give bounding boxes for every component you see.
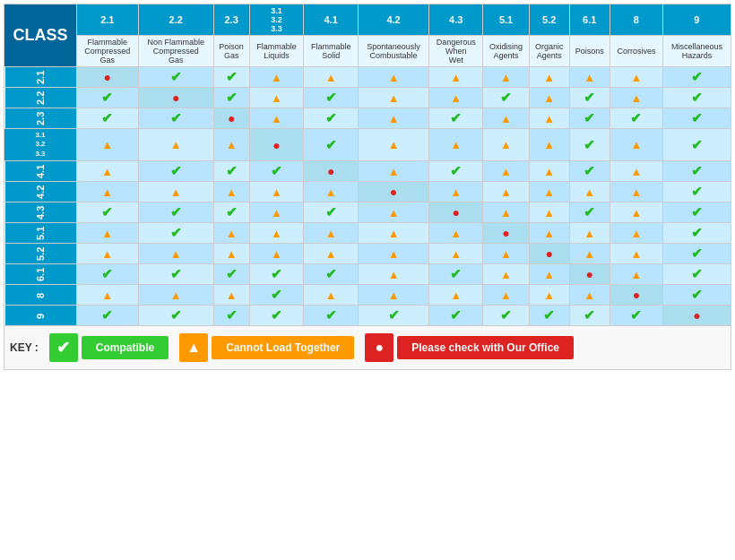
cell-8-1: ▲	[138, 244, 213, 264]
cell-10-8: ▲	[529, 285, 569, 306]
cell-11-4: ✔	[304, 306, 359, 326]
cell-7-10: ▲	[610, 223, 662, 244]
cell-2-11: ✔	[662, 108, 731, 129]
cell-10-7: ▲	[483, 285, 530, 306]
row-label-9: 6.1	[4, 264, 77, 285]
table-row: 5.2▲▲▲▲▲▲▲▲●▲▲✔	[4, 244, 731, 264]
row-label-3: 3.13.23.3	[4, 129, 77, 161]
cell-11-8: ✔	[529, 306, 569, 326]
cell-10-4: ▲	[304, 285, 359, 306]
cell-8-5: ▲	[359, 244, 429, 264]
desc-8: Corrosives	[610, 36, 662, 67]
col-header-61: 6.1	[569, 4, 610, 36]
cell-3-2: ▲	[213, 129, 249, 161]
cell-3-6: ▲	[429, 129, 483, 161]
cell-4-7: ▲	[483, 161, 530, 182]
cell-9-3: ✔	[249, 264, 304, 285]
row-label-11: 9	[4, 306, 77, 326]
cell-4-0: ▲	[76, 161, 138, 182]
cell-4-4: ●	[304, 161, 359, 182]
table-row: 2.2✔●✔▲✔▲▲✔▲✔▲✔	[4, 88, 731, 108]
cell-3-4: ✔	[304, 129, 359, 161]
cell-7-11: ✔	[662, 223, 731, 244]
cell-7-6: ▲	[429, 223, 483, 244]
cell-1-11: ✔	[662, 88, 731, 108]
key-compatible-text: Compatible	[82, 336, 169, 359]
cell-8-8: ●	[529, 244, 569, 264]
cell-5-9: ▲	[569, 182, 610, 202]
cell-8-4: ▲	[304, 244, 359, 264]
cell-8-10: ▲	[610, 244, 662, 264]
cell-3-11: ✔	[662, 129, 731, 161]
cell-10-1: ▲	[138, 285, 213, 306]
cell-8-0: ▲	[76, 244, 138, 264]
cell-1-9: ✔	[569, 88, 610, 108]
cell-10-11: ✔	[662, 285, 731, 306]
cell-3-10: ▲	[610, 129, 662, 161]
cell-2-7: ▲	[483, 108, 530, 129]
cell-11-5: ✔	[359, 306, 429, 326]
cell-7-8: ▲	[529, 223, 569, 244]
cell-7-4: ▲	[304, 223, 359, 244]
cell-11-2: ✔	[213, 306, 249, 326]
cell-3-7: ▲	[483, 129, 530, 161]
cell-6-6: ●	[429, 202, 483, 223]
cell-9-4: ✔	[304, 264, 359, 285]
cell-9-5: ▲	[359, 264, 429, 285]
row-label-1: 2.2	[4, 88, 77, 108]
cell-4-11: ✔	[662, 161, 731, 182]
table-row: 4.3✔✔✔▲✔▲●▲▲✔▲✔	[4, 202, 731, 223]
cell-5-8: ▲	[529, 182, 569, 202]
col-header-8: 8	[610, 4, 662, 36]
cell-5-0: ▲	[76, 182, 138, 202]
cell-3-3: ●	[249, 129, 304, 161]
col-header-52: 5.2	[529, 4, 569, 36]
cell-7-3: ▲	[249, 223, 304, 244]
desc-51: OxidisingAgents	[483, 36, 530, 67]
cell-6-3: ▲	[249, 202, 304, 223]
key-cannot-text: Cannot Load Together	[212, 336, 354, 359]
table-row: 2.3✔✔●▲✔▲✔▲▲✔✔✔	[4, 108, 731, 129]
key-compatible-section: ✔ Compatible	[49, 333, 169, 362]
cell-7-0: ▲	[76, 223, 138, 244]
cell-10-5: ▲	[359, 285, 429, 306]
cell-6-11: ✔	[662, 202, 731, 223]
cell-0-3: ▲	[249, 67, 304, 88]
cell-4-5: ▲	[359, 161, 429, 182]
cell-7-7: ●	[483, 223, 530, 244]
cell-4-3: ✔	[249, 161, 304, 182]
cell-0-2: ✔	[213, 67, 249, 88]
row-label-0: 2.1	[4, 67, 77, 88]
col-header-43: 4.3	[429, 4, 483, 36]
cell-9-0: ✔	[76, 264, 138, 285]
cell-4-10: ▲	[610, 161, 662, 182]
desc-42: SpontaneouslyCombustable	[359, 36, 429, 67]
main-container: CLASS 2.1 2.2 2.3 3.13.23.3 4.1 4.2 4.3 …	[0, 0, 735, 374]
cell-0-4: ▲	[304, 67, 359, 88]
cell-0-9: ▲	[569, 67, 610, 88]
cell-0-11: ✔	[662, 67, 731, 88]
cell-0-1: ✔	[138, 67, 213, 88]
cell-2-3: ▲	[249, 108, 304, 129]
key-compatible-icon: ✔	[56, 338, 70, 358]
cell-9-2: ✔	[213, 264, 249, 285]
cell-5-1: ▲	[138, 182, 213, 202]
cell-2-5: ▲	[359, 108, 429, 129]
cell-1-5: ▲	[359, 88, 429, 108]
key-row: KEY : ✔ Compatible ▲ Cannot Load Togethe…	[4, 326, 731, 370]
desc-22: Non FlammableCompressedGas	[138, 36, 213, 67]
key-check-text: Please check with Our Office	[397, 336, 574, 359]
cell-1-6: ▲	[429, 88, 483, 108]
col-header-51: 5.1	[483, 4, 530, 36]
row-label-6: 4.3	[4, 202, 77, 223]
cell-1-1: ●	[138, 88, 213, 108]
desc-21: FlammableCompressedGas	[76, 36, 138, 67]
cell-3-1: ▲	[138, 129, 213, 161]
cell-11-11: ●	[662, 306, 731, 326]
cell-3-0: ▲	[76, 129, 138, 161]
cell-8-3: ▲	[249, 244, 304, 264]
table-row: 3.13.23.3▲▲▲●✔▲▲▲▲✔▲✔	[4, 129, 731, 161]
cell-11-1: ✔	[138, 306, 213, 326]
cell-2-0: ✔	[76, 108, 138, 129]
compatibility-table: CLASS 2.1 2.2 2.3 3.13.23.3 4.1 4.2 4.3 …	[4, 4, 731, 370]
